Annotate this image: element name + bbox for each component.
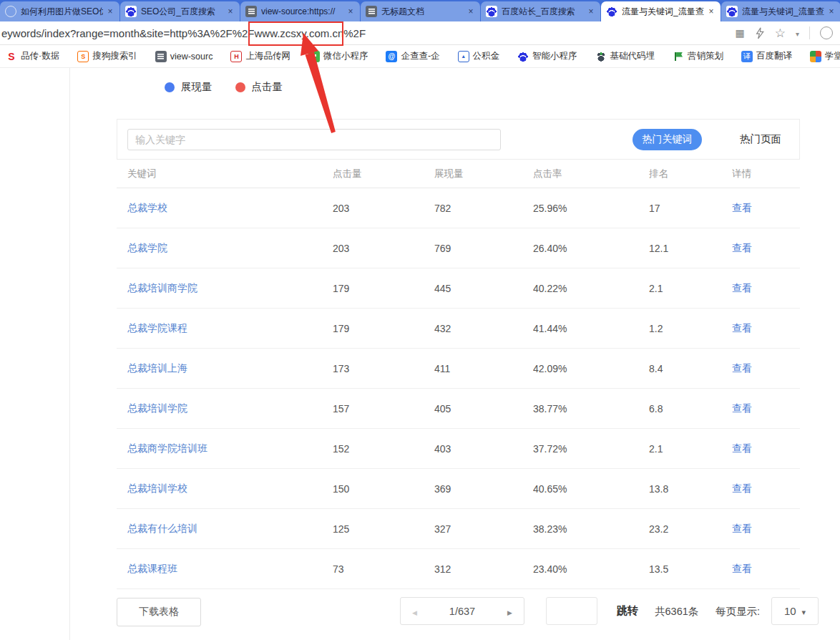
keyword-link[interactable]: 总裁培训上海 <box>127 362 187 374</box>
table-row: 总裁有什么培训 125 327 38.23% 23.2 查看 <box>117 509 800 549</box>
impressions-value: 369 <box>434 483 533 495</box>
bookmark-item[interactable]: 公积金 <box>458 50 500 62</box>
close-icon[interactable] <box>106 7 114 16</box>
address-bar: eywords/index?range=month&site=http%3A%2… <box>0 21 840 45</box>
bookmark-item[interactable]: 微信小程序 <box>308 50 368 62</box>
grid-color-icon <box>810 51 821 62</box>
col-header-ctr: 点击率 <box>533 168 649 180</box>
impressions-value: 432 <box>434 323 533 334</box>
close-icon[interactable] <box>467 7 475 16</box>
table-row: 总裁培训上海 173 411 42.09% 8.4 查看 <box>117 349 800 389</box>
keyword-link[interactable]: 总裁学院课程 <box>127 322 187 334</box>
letter-h-red-icon <box>230 51 242 62</box>
table-row: 总裁学校 203 782 25.96% 17 查看 <box>117 188 800 228</box>
bookmark-item[interactable]: 基础代码埋 <box>595 50 655 62</box>
table-row: 总裁学院课程 179 432 41.44% 1.2 查看 <box>117 309 800 349</box>
legend-impressions[interactable]: 展现量 <box>165 80 213 94</box>
close-icon[interactable] <box>827 7 836 16</box>
page-indicator: 1/637 <box>449 606 475 617</box>
total-count-label: 共6361条 <box>655 605 698 619</box>
keyword-link[interactable]: 总裁商学院培训班 <box>127 442 207 454</box>
document-icon <box>245 6 257 17</box>
close-icon[interactable] <box>707 7 716 16</box>
browser-tab[interactable]: view-source:https:// <box>240 1 360 21</box>
browser-tab[interactable]: 流量与关键词_流量查 <box>601 1 721 21</box>
lightning-icon[interactable] <box>755 27 765 39</box>
view-detail-link[interactable]: 查看 <box>732 523 752 534</box>
view-detail-link[interactable]: 查看 <box>732 282 752 294</box>
view-detail-link[interactable]: 查看 <box>732 442 752 454</box>
keyword-link[interactable]: 总裁有什么培训 <box>127 523 197 534</box>
view-detail-link[interactable]: 查看 <box>732 322 752 334</box>
bookmark-item[interactable]: 百度翻译 <box>741 50 792 62</box>
rank-value: 2.1 <box>649 283 732 294</box>
page-size-select[interactable]: 10 <box>771 597 819 625</box>
table-row: 总裁培训学院 157 405 38.77% 6.8 查看 <box>117 389 800 429</box>
browser-tab[interactable]: 百度站长_百度搜索 <box>481 1 600 21</box>
col-header-rank: 排名 <box>649 168 732 180</box>
speed-mode-icon[interactable] <box>820 26 833 39</box>
prev-page-icon[interactable] <box>412 605 417 618</box>
keyword-search-input[interactable] <box>127 129 501 150</box>
bookmark-label: view-sourc <box>170 52 213 62</box>
content-left-divider <box>69 68 70 640</box>
hot-pages-button[interactable]: 热门页面 <box>740 132 781 146</box>
keyword-link[interactable]: 总裁课程班 <box>127 563 177 574</box>
bookmark-item[interactable]: 营销策划 <box>673 50 723 62</box>
bookmark-item[interactable]: 学堂在线 - <box>810 50 840 62</box>
bookmark-item[interactable]: 智能小程序 <box>517 50 577 62</box>
next-page-icon[interactable] <box>507 605 512 618</box>
legend-clicks[interactable]: 点击量 <box>235 80 283 94</box>
clicks-value: 157 <box>333 403 434 414</box>
chevron-down-icon <box>802 605 806 618</box>
browser-tab[interactable]: 如何利用图片做SEO优 <box>0 1 119 21</box>
view-detail-link[interactable]: 查看 <box>732 362 752 374</box>
table-row: 总裁培训商学院 179 445 40.22% 2.1 查看 <box>117 268 800 309</box>
col-header-keyword: 关键词 <box>117 168 333 180</box>
close-icon[interactable] <box>226 7 235 16</box>
view-detail-link[interactable]: 查看 <box>732 563 752 574</box>
bookmark-label: 百度翻译 <box>756 50 792 62</box>
document-icon <box>155 51 167 62</box>
bookmark-item[interactable]: 搜狗搜索引 <box>77 50 137 62</box>
page-size-value: 10 <box>784 605 796 617</box>
bookmark-label: 学堂在线 - <box>825 50 840 62</box>
keyword-link[interactable]: 总裁培训商学院 <box>127 282 197 294</box>
bookmarks-bar: 品传·数据 搜狗搜索引 view-sourc 上海品传网 微信小程序 企查查-企… <box>0 45 840 68</box>
baidu-icon <box>486 6 497 17</box>
jump-label[interactable]: 跳转 <box>617 604 638 618</box>
view-detail-link[interactable]: 查看 <box>732 483 752 494</box>
browser-tab[interactable]: 流量与关键词_流量查 <box>721 1 840 21</box>
keyword-link[interactable]: 总裁培训学院 <box>127 402 187 414</box>
close-icon[interactable] <box>587 7 595 16</box>
bookmark-item[interactable]: 上海品传网 <box>230 50 290 62</box>
keyword-link[interactable]: 总裁培训学校 <box>127 483 187 494</box>
view-detail-link[interactable]: 查看 <box>732 242 752 253</box>
browser-tab[interactable]: 无标题文档 <box>361 1 480 21</box>
rank-value: 1.2 <box>649 323 732 334</box>
url-input[interactable]: eywords/index?range=month&site=http%3A%2… <box>0 27 731 39</box>
bookmark-label: 上海品传网 <box>245 50 290 62</box>
keyword-link[interactable]: 总裁学院 <box>127 242 167 253</box>
impressions-value: 782 <box>434 203 533 214</box>
close-icon[interactable] <box>346 7 355 16</box>
ctr-value: 25.96% <box>533 203 649 214</box>
keyword-link[interactable]: 总裁学校 <box>127 202 167 213</box>
hot-keywords-button[interactable]: 热门关键词 <box>633 129 702 150</box>
chevron-down-icon[interactable] <box>796 26 799 39</box>
bookmark-item[interactable]: view-sourc <box>155 51 213 62</box>
rank-value: 13.8 <box>649 483 732 495</box>
keyword-toolbar: 热门关键词 热门页面 <box>117 119 800 160</box>
view-detail-link[interactable]: 查看 <box>732 202 752 213</box>
impressions-value: 769 <box>434 243 533 254</box>
bookmark-item[interactable]: 企查查-企 <box>386 50 439 62</box>
bookmark-star-icon[interactable] <box>775 26 786 41</box>
browser-tab[interactable]: SEO公司_百度搜索 <box>120 1 240 21</box>
impressions-value: 411 <box>434 363 533 374</box>
page-jump-input[interactable] <box>546 597 597 625</box>
view-detail-link[interactable]: 查看 <box>732 402 752 414</box>
download-table-button[interactable]: 下载表格 <box>117 598 201 626</box>
bookmark-item[interactable]: 品传·数据 <box>6 50 59 62</box>
rank-value: 13.5 <box>649 563 732 575</box>
qr-code-icon[interactable] <box>735 26 744 39</box>
